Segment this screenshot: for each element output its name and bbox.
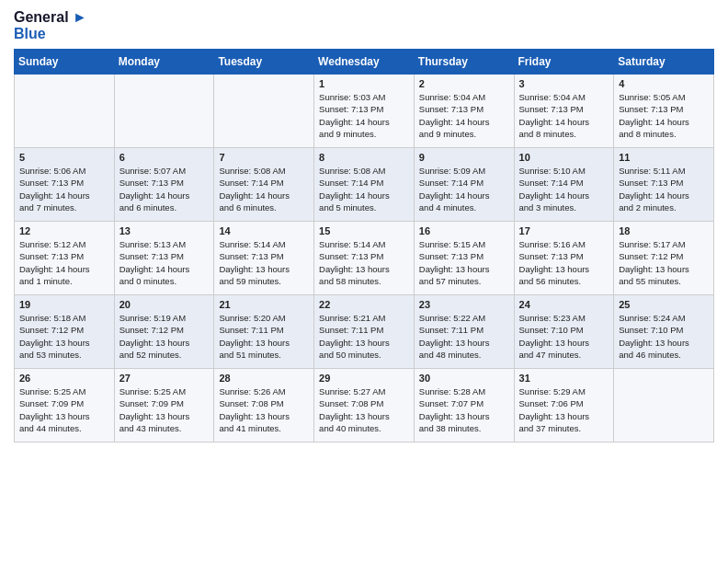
day-number: 1: [319, 78, 409, 89]
day-info: Sunrise: 5:19 AMSunset: 7:12 PMDaylight:…: [119, 312, 210, 361]
logo: General ► Blue: [14, 9, 87, 41]
week-row-5: 26Sunrise: 5:25 AMSunset: 7:09 PMDayligh…: [15, 369, 714, 442]
calendar-cell: 1Sunrise: 5:03 AMSunset: 7:13 PMDaylight…: [314, 75, 415, 148]
day-info: Sunrise: 5:14 AMSunset: 7:13 PMDaylight:…: [319, 238, 409, 287]
day-number: 14: [219, 225, 309, 236]
calendar-cell: 17Sunrise: 5:16 AMSunset: 7:13 PMDayligh…: [514, 222, 614, 295]
day-number: 27: [119, 373, 210, 384]
weekday-header-row: SundayMondayTuesdayWednesdayThursdayFrid…: [15, 50, 714, 75]
weekday-header-tuesday: Tuesday: [214, 50, 314, 75]
calendar-cell: 25Sunrise: 5:24 AMSunset: 7:10 PMDayligh…: [614, 295, 714, 369]
day-number: 23: [419, 299, 509, 310]
weekday-header-thursday: Thursday: [414, 50, 514, 75]
calendar-cell: 22Sunrise: 5:21 AMSunset: 7:11 PMDayligh…: [314, 295, 415, 369]
day-number: 12: [19, 225, 109, 236]
day-number: 5: [19, 152, 109, 163]
calendar-cell: 23Sunrise: 5:22 AMSunset: 7:11 PMDayligh…: [414, 295, 514, 369]
calendar-cell: [614, 369, 714, 442]
calendar-cell: 19Sunrise: 5:18 AMSunset: 7:12 PMDayligh…: [15, 295, 115, 369]
day-number: 19: [19, 299, 109, 310]
day-number: 9: [419, 152, 509, 163]
day-info: Sunrise: 5:17 AMSunset: 7:12 PMDaylight:…: [619, 238, 709, 287]
day-info: Sunrise: 5:21 AMSunset: 7:11 PMDaylight:…: [319, 312, 409, 361]
calendar-cell: 24Sunrise: 5:23 AMSunset: 7:10 PMDayligh…: [514, 295, 614, 369]
week-row-4: 19Sunrise: 5:18 AMSunset: 7:12 PMDayligh…: [15, 295, 714, 369]
logo-blue: Blue: [14, 26, 87, 42]
day-info: Sunrise: 5:03 AMSunset: 7:13 PMDaylight:…: [319, 91, 409, 140]
day-info: Sunrise: 5:06 AMSunset: 7:13 PMDaylight:…: [19, 165, 109, 213]
calendar-cell: 20Sunrise: 5:19 AMSunset: 7:12 PMDayligh…: [114, 295, 214, 369]
calendar-cell: 5Sunrise: 5:06 AMSunset: 7:13 PMDaylight…: [15, 148, 115, 222]
day-number: 16: [419, 225, 509, 236]
calendar-cell: [15, 75, 115, 148]
day-info: Sunrise: 5:10 AMSunset: 7:14 PMDaylight:…: [519, 165, 609, 213]
calendar-cell: 12Sunrise: 5:12 AMSunset: 7:13 PMDayligh…: [15, 222, 115, 295]
day-info: Sunrise: 5:23 AMSunset: 7:10 PMDaylight:…: [519, 312, 609, 361]
calendar-cell: 7Sunrise: 5:08 AMSunset: 7:14 PMDaylight…: [214, 148, 314, 222]
calendar-cell: 10Sunrise: 5:10 AMSunset: 7:14 PMDayligh…: [514, 148, 614, 222]
week-row-3: 12Sunrise: 5:12 AMSunset: 7:13 PMDayligh…: [15, 222, 714, 295]
weekday-header-monday: Monday: [114, 50, 214, 75]
day-info: Sunrise: 5:16 AMSunset: 7:13 PMDaylight:…: [519, 238, 609, 287]
day-info: Sunrise: 5:22 AMSunset: 7:11 PMDaylight:…: [419, 312, 509, 361]
day-number: 31: [519, 373, 609, 384]
page-header: General ► Blue: [14, 9, 714, 41]
day-info: Sunrise: 5:08 AMSunset: 7:14 PMDaylight:…: [319, 165, 409, 213]
calendar-table: SundayMondayTuesdayWednesdayThursdayFrid…: [14, 49, 714, 442]
calendar-cell: [214, 75, 314, 148]
day-number: 10: [519, 152, 609, 163]
calendar-cell: 13Sunrise: 5:13 AMSunset: 7:13 PMDayligh…: [114, 222, 214, 295]
week-row-1: 1Sunrise: 5:03 AMSunset: 7:13 PMDaylight…: [15, 75, 714, 148]
day-number: 18: [619, 225, 709, 236]
calendar-cell: 27Sunrise: 5:25 AMSunset: 7:09 PMDayligh…: [114, 369, 214, 442]
day-number: 3: [519, 78, 609, 89]
day-number: 7: [219, 152, 309, 163]
day-number: 29: [319, 373, 409, 384]
calendar-cell: 2Sunrise: 5:04 AMSunset: 7:13 PMDaylight…: [414, 75, 514, 148]
day-info: Sunrise: 5:09 AMSunset: 7:14 PMDaylight:…: [419, 165, 509, 213]
weekday-header-friday: Friday: [514, 50, 614, 75]
day-info: Sunrise: 5:08 AMSunset: 7:14 PMDaylight:…: [219, 165, 309, 213]
calendar-cell: 8Sunrise: 5:08 AMSunset: 7:14 PMDaylight…: [314, 148, 415, 222]
week-row-2: 5Sunrise: 5:06 AMSunset: 7:13 PMDaylight…: [15, 148, 714, 222]
day-number: 20: [119, 299, 210, 310]
day-info: Sunrise: 5:28 AMSunset: 7:07 PMDaylight:…: [419, 385, 509, 434]
calendar-cell: 21Sunrise: 5:20 AMSunset: 7:11 PMDayligh…: [214, 295, 314, 369]
day-number: 17: [519, 225, 609, 236]
day-info: Sunrise: 5:13 AMSunset: 7:13 PMDaylight:…: [119, 238, 210, 287]
day-number: 24: [519, 299, 609, 310]
calendar-cell: 16Sunrise: 5:15 AMSunset: 7:13 PMDayligh…: [414, 222, 514, 295]
calendar-cell: [114, 75, 214, 148]
calendar-cell: 3Sunrise: 5:04 AMSunset: 7:13 PMDaylight…: [514, 75, 614, 148]
day-info: Sunrise: 5:15 AMSunset: 7:13 PMDaylight:…: [419, 238, 509, 287]
calendar-cell: 15Sunrise: 5:14 AMSunset: 7:13 PMDayligh…: [314, 222, 415, 295]
calendar-cell: 11Sunrise: 5:11 AMSunset: 7:13 PMDayligh…: [614, 148, 714, 222]
calendar-cell: 14Sunrise: 5:14 AMSunset: 7:13 PMDayligh…: [214, 222, 314, 295]
calendar-cell: 6Sunrise: 5:07 AMSunset: 7:13 PMDaylight…: [114, 148, 214, 222]
day-number: 2: [419, 78, 509, 89]
day-info: Sunrise: 5:25 AMSunset: 7:09 PMDaylight:…: [19, 385, 109, 434]
day-info: Sunrise: 5:20 AMSunset: 7:11 PMDaylight:…: [219, 312, 309, 361]
weekday-header-wednesday: Wednesday: [314, 50, 415, 75]
day-info: Sunrise: 5:04 AMSunset: 7:13 PMDaylight:…: [419, 91, 509, 140]
calendar-cell: 9Sunrise: 5:09 AMSunset: 7:14 PMDaylight…: [414, 148, 514, 222]
calendar-cell: 29Sunrise: 5:27 AMSunset: 7:08 PMDayligh…: [314, 369, 415, 442]
calendar-cell: 26Sunrise: 5:25 AMSunset: 7:09 PMDayligh…: [15, 369, 115, 442]
day-info: Sunrise: 5:07 AMSunset: 7:13 PMDaylight:…: [119, 165, 210, 213]
day-info: Sunrise: 5:25 AMSunset: 7:09 PMDaylight:…: [119, 385, 210, 434]
calendar-cell: 28Sunrise: 5:26 AMSunset: 7:08 PMDayligh…: [214, 369, 314, 442]
day-number: 26: [19, 373, 109, 384]
day-number: 15: [319, 225, 409, 236]
day-number: 22: [319, 299, 409, 310]
day-info: Sunrise: 5:04 AMSunset: 7:13 PMDaylight:…: [519, 91, 609, 140]
logo-general: General ►: [14, 9, 87, 26]
calendar-cell: 4Sunrise: 5:05 AMSunset: 7:13 PMDaylight…: [614, 75, 714, 148]
calendar-cell: 18Sunrise: 5:17 AMSunset: 7:12 PMDayligh…: [614, 222, 714, 295]
day-number: 30: [419, 373, 509, 384]
day-number: 28: [219, 373, 309, 384]
day-number: 25: [619, 299, 709, 310]
day-info: Sunrise: 5:05 AMSunset: 7:13 PMDaylight:…: [619, 91, 709, 140]
day-number: 13: [119, 225, 210, 236]
day-info: Sunrise: 5:18 AMSunset: 7:12 PMDaylight:…: [19, 312, 109, 361]
day-info: Sunrise: 5:14 AMSunset: 7:13 PMDaylight:…: [219, 238, 309, 287]
